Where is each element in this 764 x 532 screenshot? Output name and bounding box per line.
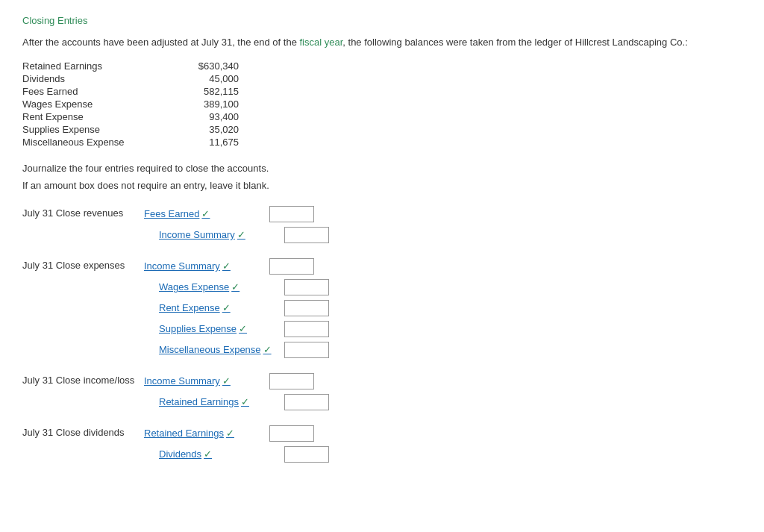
account-name: Wages Expense ✓ (159, 281, 278, 292)
account-name: Rent Expense ✓ (159, 302, 278, 313)
entry-rows: Retained Earnings ✓Dividends ✓ (138, 425, 329, 463)
account-name: Fees Earned ✓ (144, 208, 263, 219)
entry-rows: Fees Earned ✓Income Summary ✓ (138, 206, 329, 243)
balance-value: 35,020 (172, 124, 239, 135)
balance-label: Fees Earned (22, 86, 172, 97)
balance-row: Fees Earned582,115 (22, 86, 742, 97)
intro-text1: After the accounts have been adjusted at… (22, 37, 299, 48)
account-name: Income Summary ✓ (144, 260, 263, 272)
entry-rows: Income Summary ✓Wages Expense ✓Rent Expe… (138, 258, 329, 358)
journal-entry-1: July 31 Close expensesIncome Summary ✓Wa… (22, 258, 742, 358)
entry-row: Rent Expense ✓ (138, 300, 329, 316)
check-mark: ✓ (231, 281, 239, 292)
balance-row: Retained Earnings$630,340 (22, 60, 742, 72)
balance-value: $630,340 (172, 60, 239, 72)
check-mark: ✓ (239, 323, 247, 334)
entry-row: Dividends ✓ (138, 446, 329, 463)
balance-value: 389,100 (172, 98, 239, 110)
section-title: Closing Entries (22, 15, 742, 26)
check-mark: ✓ (204, 448, 212, 460)
entry-row: Income Summary ✓ (138, 373, 329, 389)
check-mark: ✓ (237, 229, 245, 240)
account-name: Retained Earnings ✓ (144, 428, 263, 439)
check-mark: ✓ (222, 375, 231, 387)
entry-row: Income Summary ✓ (138, 258, 329, 275)
debit-input[interactable] (269, 258, 314, 275)
check-mark: ✓ (226, 428, 234, 439)
instruction2: If an amount box does not require an ent… (22, 180, 742, 191)
entry-row: Income Summary ✓ (138, 227, 329, 243)
balance-row: Supplies Expense35,020 (22, 124, 742, 135)
check-mark: ✓ (222, 260, 231, 272)
entry-rows: Income Summary ✓Retained Earnings ✓ (138, 373, 329, 410)
balance-table: Retained Earnings$630,340Dividends45,000… (22, 60, 742, 148)
credit-input[interactable] (284, 227, 329, 243)
check-mark: ✓ (263, 344, 272, 355)
account-name: Retained Earnings ✓ (159, 396, 278, 407)
balance-label: Rent Expense (22, 111, 172, 122)
balance-row: Miscellaneous Expense11,675 (22, 137, 742, 148)
credit-input[interactable] (284, 279, 329, 295)
instruction1: Journalize the four entries required to … (22, 163, 742, 174)
journal-entry-3: July 31 Close dividendsRetained Earnings… (22, 425, 742, 463)
credit-input[interactable] (284, 446, 329, 463)
credit-input[interactable] (284, 321, 329, 337)
journal-entry-2: July 31 Close income/lossIncome Summary … (22, 373, 742, 410)
check-mark: ✓ (201, 208, 210, 219)
account-name: Supplies Expense ✓ (159, 323, 278, 334)
balance-row: Wages Expense389,100 (22, 98, 742, 110)
entry-date-label: July 31 Close expenses (22, 258, 138, 271)
balance-value: 11,675 (172, 137, 239, 148)
debit-input[interactable] (269, 206, 314, 222)
entry-row: Supplies Expense ✓ (138, 321, 329, 337)
balance-label: Dividends (22, 73, 172, 84)
balance-value: 93,400 (172, 111, 239, 122)
debit-input[interactable] (269, 373, 314, 389)
account-name: Dividends ✓ (159, 448, 278, 460)
journal-entry-0: July 31 Close revenuesFees Earned ✓Incom… (22, 206, 742, 243)
journal-section: July 31 Close revenuesFees Earned ✓Incom… (22, 206, 742, 463)
balance-value: 45,000 (172, 73, 239, 84)
check-mark: ✓ (241, 396, 249, 407)
balance-label: Retained Earnings (22, 60, 172, 72)
debit-input[interactable] (269, 425, 314, 442)
entry-row: Wages Expense ✓ (138, 279, 329, 295)
intro-paragraph: After the accounts have been adjusted at… (22, 35, 742, 50)
entry-date-label: July 31 Close income/loss (22, 373, 138, 386)
fiscal-year-text: fiscal year (299, 37, 342, 48)
account-name: Miscellaneous Expense ✓ (159, 344, 278, 355)
intro-text2: , the following balances were taken from… (342, 37, 687, 48)
balance-label: Wages Expense (22, 98, 172, 110)
entry-row: Fees Earned ✓ (138, 206, 329, 222)
entry-row: Retained Earnings ✓ (138, 425, 329, 442)
balance-value: 582,115 (172, 86, 239, 97)
account-name: Income Summary ✓ (144, 375, 263, 387)
balance-row: Dividends45,000 (22, 73, 742, 84)
balance-label: Miscellaneous Expense (22, 137, 172, 148)
entry-date-label: July 31 Close revenues (22, 206, 138, 219)
entry-date-label: July 31 Close dividends (22, 425, 138, 438)
entry-row: Miscellaneous Expense ✓ (138, 342, 329, 358)
check-mark: ✓ (222, 302, 231, 313)
account-name: Income Summary ✓ (159, 229, 278, 240)
balance-label: Supplies Expense (22, 124, 172, 135)
balance-row: Rent Expense93,400 (22, 111, 742, 122)
credit-input[interactable] (284, 342, 329, 358)
entry-row: Retained Earnings ✓ (138, 394, 329, 410)
credit-input[interactable] (284, 300, 329, 316)
credit-input[interactable] (284, 394, 329, 410)
